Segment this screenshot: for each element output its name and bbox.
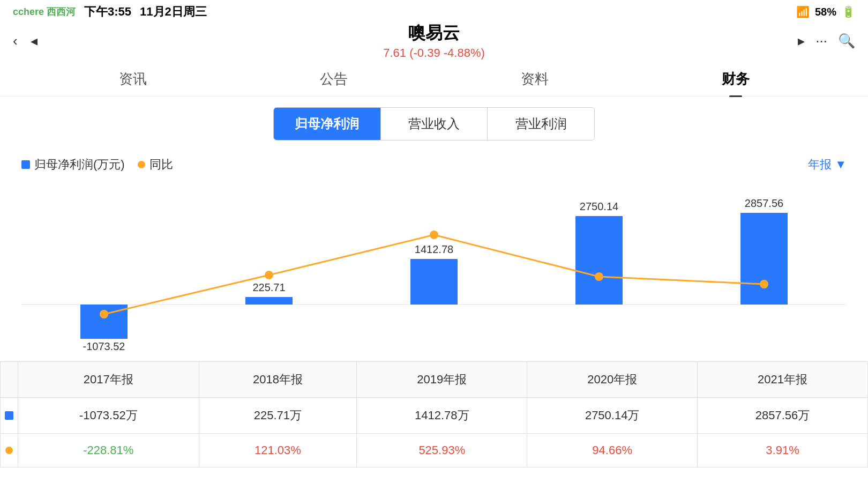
stock-name: 噢易云 (383, 21, 485, 45)
row2-2019: 525.93% (357, 434, 527, 468)
nav-bar: ‹ ◂ 噢易云 7.61 (-0.39 -4.88%) ▸ ··· 🔍 (0, 24, 868, 58)
label-2019: 1412.78 (415, 243, 453, 255)
subtab-revenue[interactable]: 营业收入 (381, 108, 488, 140)
report-type-selector[interactable]: 年报 ▼ (808, 157, 847, 173)
row1-indicator (1, 398, 18, 434)
subtab-net-profit[interactable]: 归母净利润 (274, 108, 381, 140)
legend-bar-icon (21, 160, 30, 169)
table-header-2017: 2017年报 (18, 362, 199, 398)
data-table: 2017年报 2018年报 2019年报 2020年报 2021年报 -1073… (0, 361, 868, 468)
table-header-label (1, 362, 18, 398)
tab-announcement[interactable]: 公告 (309, 62, 358, 96)
prev-button[interactable]: ◂ (31, 33, 38, 49)
label-2018: 225.71 (252, 281, 285, 293)
label-2017: -1073.52 (83, 340, 125, 352)
wifi-icon: 📶 (796, 5, 810, 18)
status-time: 下午3:55 (84, 4, 131, 20)
chart-legend: 归母净利润(万元) 同比 年报 ▼ (21, 157, 847, 173)
nav-right: ▸ ··· 🔍 (798, 33, 855, 49)
row2-2018: 121.03% (199, 434, 357, 468)
report-type-label: 年报 (808, 157, 832, 173)
status-bar: cchere 西西河 下午3:55 11月2日周三 📶 58% 🔋 (0, 0, 868, 24)
more-button[interactable]: ··· (815, 33, 827, 49)
bar-2020 (575, 216, 623, 305)
tab-finance[interactable]: 财务 (711, 62, 760, 96)
label-2021: 2857.56 (745, 197, 783, 209)
subtab-operating-profit[interactable]: 营业利润 (488, 108, 594, 140)
status-date: 11月2日周三 (140, 4, 207, 20)
table-row-yoy: -228.81% 121.03% 525.93% 94.66% 3.91% (1, 434, 868, 468)
row1-2021: 2857.56万 (698, 398, 868, 434)
dot-2018 (265, 271, 273, 279)
table-header-2021: 2021年报 (698, 362, 868, 398)
bar-2021 (740, 213, 788, 305)
chart-svg: -1073.52 225.71 1412.78 2750.14 2857.56 (21, 181, 847, 353)
legend-line-label: 同比 (149, 157, 173, 173)
row2-indicator (1, 434, 18, 468)
table-row-net-profit: -1073.52万 225.71万 1412.78万 2750.14万 2857… (1, 398, 868, 434)
back-button[interactable]: ‹ (13, 33, 18, 49)
row1-2018: 225.71万 (199, 398, 357, 434)
row2-2017: -228.81% (18, 434, 199, 468)
table-header-2020: 2020年报 (527, 362, 698, 398)
legend-bar-label: 归母净利润(万元) (34, 157, 125, 173)
row1-2019: 1412.78万 (357, 398, 527, 434)
legend-bar: 归母净利润(万元) (21, 157, 125, 173)
top-tabs: 资讯 公告 资料 财务 (0, 62, 868, 97)
nav-title-block: 噢易云 7.61 (-0.39 -4.88%) (383, 21, 485, 60)
tab-news[interactable]: 资讯 (108, 62, 158, 96)
row1-2017: -1073.52万 (18, 398, 199, 434)
nav-left: ‹ ◂ (13, 33, 38, 49)
chart-area: -1073.52 225.71 1412.78 2750.14 2857.56 (21, 181, 847, 353)
stock-price-change: 7.61 (-0.39 -4.88%) (383, 46, 485, 60)
legend-line: 同比 (138, 157, 173, 173)
bar-2018 (245, 297, 293, 305)
row2-2020: 94.66% (527, 434, 698, 468)
legend-line-icon (138, 161, 145, 168)
dot-2021 (760, 280, 768, 288)
label-2020: 2750.14 (580, 201, 618, 212)
wifi-percent: 58% (815, 6, 836, 18)
bar-2019 (410, 259, 458, 305)
dot-2017 (100, 310, 108, 318)
dot-2019 (430, 231, 438, 239)
dot-2020 (595, 272, 603, 281)
row1-icon (5, 411, 13, 420)
battery-icon: 🔋 (842, 5, 855, 18)
chart-container: 归母净利润(万元) 同比 年报 ▼ -1073.52 225.71 1412.7… (0, 151, 868, 353)
row2-2021: 3.91% (698, 434, 868, 468)
next-button[interactable]: ▸ (798, 33, 805, 49)
table-header-2019: 2019年报 (357, 362, 527, 398)
status-left: cchere 西西河 下午3:55 11月2日周三 (13, 4, 207, 20)
row1-2020: 2750.14万 (527, 398, 698, 434)
search-button[interactable]: 🔍 (838, 33, 855, 49)
table-header-2018: 2018年报 (199, 362, 357, 398)
row2-icon (5, 447, 13, 454)
tab-info[interactable]: 资料 (510, 62, 559, 96)
chevron-down-icon: ▼ (835, 158, 847, 172)
sub-tabs: 归母净利润 营业收入 营业利润 (273, 107, 595, 140)
status-right: 📶 58% 🔋 (796, 5, 855, 18)
app-logo: cchere 西西河 (13, 5, 76, 18)
